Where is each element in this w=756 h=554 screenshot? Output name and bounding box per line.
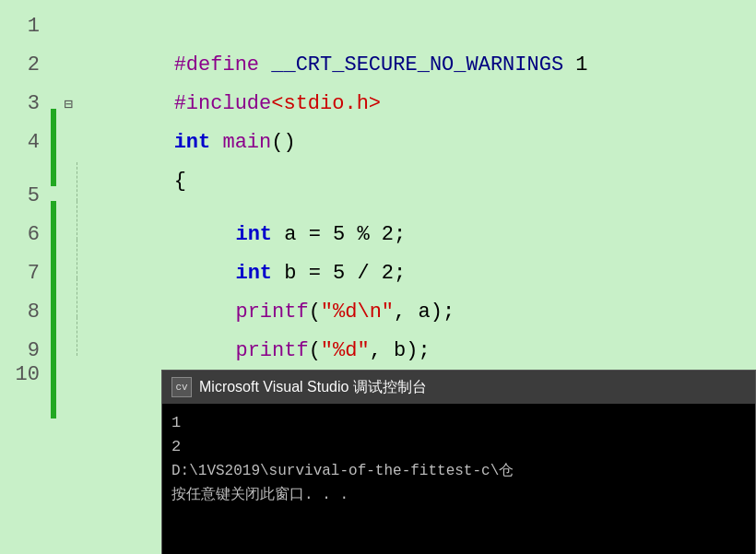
code-line-1: 1 #define __CRT_SECURE_NO_WARNINGS 1: [0, 7, 756, 46]
fold-icon-2: [60, 47, 77, 86]
fold-icon-3[interactable]: ⊟: [60, 86, 77, 124]
code-line-3: 3 ⊟ int main(): [0, 85, 756, 124]
editor-area: 1 #define __CRT_SECURE_NO_WARNINGS 1 2 #…: [0, 0, 756, 554]
green-bar-8: [51, 317, 56, 356]
green-bar-10: [51, 380, 56, 418]
indent-guide-6: [77, 201, 89, 240]
fold-icon-4: [60, 124, 77, 163]
line-number-4: 4: [0, 124, 51, 162]
code-line-2: 2 #include<stdio.h>: [0, 46, 756, 85]
green-bar-5: [51, 201, 56, 240]
console-titlebar: cv Microsoft Visual Studio 调试控制台: [162, 371, 755, 404]
console-output-hint: 按任意键关闭此窗口. . .: [171, 483, 746, 507]
green-bar-4: [51, 147, 56, 186]
code-line-8: 8 printf("%d", b);: [0, 278, 756, 317]
indent-guide-8: [77, 278, 89, 317]
indent-guide-5: [77, 162, 89, 201]
console-output-line1: 1: [171, 411, 746, 435]
code-line-5: 5 int a = 5 % 2;: [0, 162, 756, 201]
green-bar-3: [51, 109, 56, 147]
line-number-3: 3: [0, 85, 51, 124]
indent-guide-7: [77, 240, 89, 278]
code-container: 1 #define __CRT_SECURE_NO_WARNINGS 1 2 #…: [0, 0, 756, 395]
line-number-2: 2: [0, 46, 51, 85]
green-bar-6: [51, 240, 56, 278]
code-line-9: 9 return 0;: [0, 317, 756, 356]
code-line-6: 6 int b = 5 / 2;: [0, 201, 756, 240]
console-body: 1 2 D:\1VS2019\survival-of-the-fittest-c…: [162, 404, 755, 554]
line-number-1: 1: [0, 7, 51, 46]
line-number-10: 10: [0, 356, 51, 395]
code-line-7: 7 printf("%d\n", a);: [0, 240, 756, 278]
console-output-line2: 2: [171, 435, 746, 459]
console-app-icon: cv: [171, 377, 192, 397]
indent-guide-9: [77, 317, 89, 356]
fold-icon-10: [60, 357, 77, 395]
console-output-path: D:\1VS2019\survival-of-the-fittest-c\仓: [171, 459, 746, 483]
console-icon-text: cv: [175, 382, 187, 393]
green-bar-7: [51, 278, 56, 317]
console-title: Microsoft Visual Studio 调试控制台: [199, 378, 427, 397]
console-window: cv Microsoft Visual Studio 调试控制台 1 2 D:\…: [161, 370, 756, 554]
fold-icon-1: [60, 8, 77, 47]
code-line-4: 4 {: [0, 124, 756, 162]
